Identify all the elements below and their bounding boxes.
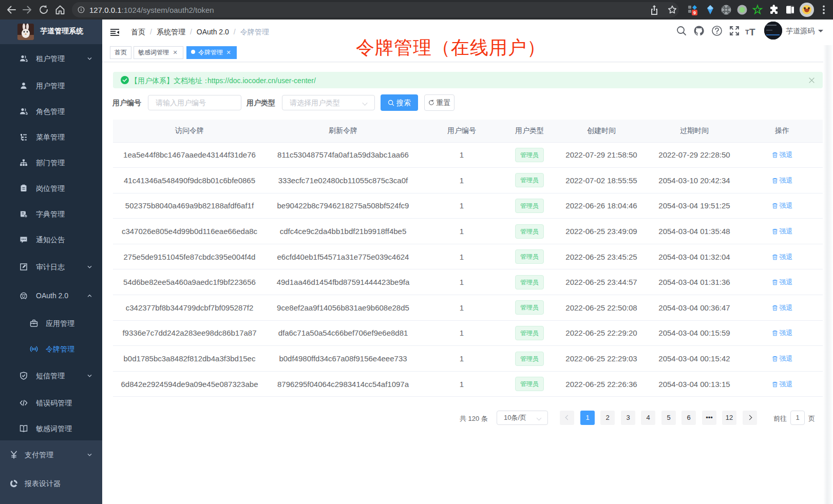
svg-text:T: T <box>749 27 755 37</box>
svg-text:T: T <box>745 28 749 36</box>
svg-text:9: 9 <box>693 10 696 15</box>
